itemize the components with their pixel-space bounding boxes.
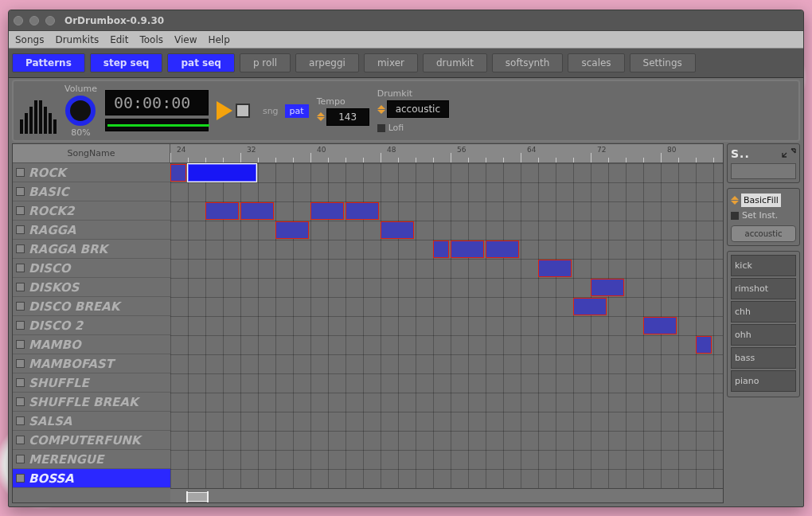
knob-icon[interactable] bbox=[65, 96, 96, 126]
titlebar[interactable]: OrDrumbox-0.9.30 bbox=[9, 10, 803, 31]
track-row[interactable]: RAGGA bbox=[13, 221, 170, 240]
tab-mixer[interactable]: mixer bbox=[364, 53, 418, 72]
track-mute-checkbox[interactable] bbox=[16, 416, 25, 425]
instrument-item[interactable]: ohh bbox=[731, 324, 796, 346]
pattern-block[interactable] bbox=[643, 317, 677, 334]
expand-icon[interactable] bbox=[782, 148, 796, 160]
track-row[interactable]: BOSSA bbox=[13, 469, 170, 488]
pattern-block[interactable] bbox=[486, 240, 519, 258]
tempo-stepper[interactable] bbox=[317, 112, 325, 121]
tab-softsynth[interactable]: softsynth bbox=[492, 53, 564, 72]
track-row[interactable]: ROCK2 bbox=[13, 201, 170, 221]
instrument-item[interactable]: kick bbox=[731, 255, 796, 276]
horizontal-scrollbar[interactable] bbox=[170, 488, 723, 502]
pattern-block[interactable] bbox=[170, 164, 186, 182]
tempo-label: Tempo bbox=[317, 96, 369, 107]
scroll-thumb[interactable] bbox=[186, 492, 209, 502]
maximize-icon[interactable] bbox=[45, 16, 55, 25]
tab-scales[interactable]: scales bbox=[568, 53, 624, 72]
play-button[interactable] bbox=[217, 101, 232, 120]
drumkit-stepper[interactable] bbox=[377, 105, 385, 114]
menu-songs[interactable]: Songs bbox=[15, 34, 44, 48]
track-row[interactable]: DISKOS bbox=[13, 278, 170, 297]
track-mute-checkbox[interactable] bbox=[16, 168, 25, 177]
tempo-input[interactable]: 143 bbox=[326, 108, 369, 126]
pattern-block[interactable] bbox=[310, 202, 344, 220]
track-row[interactable]: ROCK bbox=[13, 163, 170, 182]
side-search-input[interactable] bbox=[731, 163, 796, 179]
drumkit-select[interactable]: accoustic bbox=[387, 100, 449, 118]
volume-knob[interactable]: Volume 80% bbox=[64, 84, 97, 138]
menu-tools[interactable]: Tools bbox=[139, 34, 163, 48]
instrument-item[interactable]: rimshot bbox=[731, 278, 796, 299]
pattern-block[interactable] bbox=[696, 336, 712, 354]
tab-Settings[interactable]: Settings bbox=[630, 53, 696, 72]
track-mute-checkbox[interactable] bbox=[16, 436, 25, 444]
pattern-block[interactable] bbox=[205, 202, 239, 220]
instrument-item[interactable]: piano bbox=[731, 370, 796, 392]
tab-pat-seq[interactable]: pat seq bbox=[167, 53, 234, 72]
mode-pattern-chip[interactable]: pat bbox=[285, 104, 309, 118]
track-mute-checkbox[interactable] bbox=[16, 225, 25, 234]
tab-step-seq[interactable]: step seq bbox=[90, 53, 163, 72]
tab-Patterns[interactable]: Patterns bbox=[12, 53, 85, 72]
track-row[interactable]: RAGGA BRK bbox=[13, 240, 170, 259]
menu-view[interactable]: View bbox=[174, 34, 197, 48]
track-row[interactable]: SHUFFLE BREAK bbox=[13, 393, 170, 412]
progress-bar[interactable] bbox=[105, 119, 209, 131]
fill-stepper[interactable] bbox=[731, 196, 739, 205]
track-row[interactable]: DISCO bbox=[13, 259, 170, 278]
tab-p-roll[interactable]: p roll bbox=[240, 53, 291, 72]
track-row[interactable]: MAMBO bbox=[13, 335, 170, 354]
track-mute-checkbox[interactable] bbox=[16, 321, 25, 330]
track-mute-checkbox[interactable] bbox=[16, 187, 25, 196]
pattern-block[interactable] bbox=[573, 298, 607, 315]
vu-meter bbox=[20, 88, 57, 134]
pattern-block[interactable] bbox=[451, 240, 484, 258]
track-row[interactable]: DISCO BREAK bbox=[13, 297, 170, 316]
track-name: DISCO BREAK bbox=[29, 299, 119, 314]
mode-song-chip[interactable]: sng bbox=[258, 104, 283, 118]
sequence-grid[interactable] bbox=[170, 163, 723, 488]
setinst-checkbox[interactable] bbox=[731, 212, 739, 220]
track-mute-checkbox[interactable] bbox=[16, 474, 25, 483]
tab-drumkit[interactable]: drumkit bbox=[423, 53, 487, 72]
lofi-checkbox[interactable] bbox=[377, 124, 385, 132]
track-row[interactable]: MERENGUE bbox=[13, 450, 170, 469]
menu-edit[interactable]: Edit bbox=[110, 34, 128, 48]
track-row[interactable]: COMPUTERFUNK bbox=[13, 431, 170, 450]
track-mute-checkbox[interactable] bbox=[16, 359, 25, 368]
track-mute-checkbox[interactable] bbox=[16, 378, 25, 387]
track-mute-checkbox[interactable] bbox=[16, 340, 25, 349]
track-mute-checkbox[interactable] bbox=[16, 206, 25, 215]
pattern-block[interactable] bbox=[433, 240, 449, 258]
track-mute-checkbox[interactable] bbox=[16, 244, 25, 253]
track-mute-checkbox[interactable] bbox=[16, 264, 25, 272]
menu-drumkits[interactable]: Drumkits bbox=[55, 34, 99, 48]
close-icon[interactable] bbox=[14, 16, 23, 25]
track-mute-checkbox[interactable] bbox=[16, 455, 25, 463]
instrument-item[interactable]: bass bbox=[731, 347, 796, 369]
pattern-block[interactable] bbox=[275, 221, 309, 239]
track-mute-checkbox[interactable] bbox=[16, 283, 25, 291]
minimize-icon[interactable] bbox=[29, 16, 39, 25]
pattern-block[interactable] bbox=[381, 221, 414, 239]
track-row[interactable]: DISCO 2 bbox=[13, 316, 170, 335]
pattern-block[interactable] bbox=[240, 202, 274, 220]
kit-button[interactable]: accoustic bbox=[731, 225, 796, 242]
pattern-block[interactable] bbox=[591, 279, 624, 296]
menu-help[interactable]: Help bbox=[208, 34, 229, 48]
instrument-item[interactable]: chh bbox=[731, 301, 796, 322]
tab-arpeggi[interactable]: arpeggi bbox=[295, 53, 359, 72]
track-mute-checkbox[interactable] bbox=[16, 302, 25, 311]
time-ruler[interactable]: 2432404856647280 bbox=[170, 144, 723, 163]
pattern-block[interactable] bbox=[538, 260, 572, 277]
track-row[interactable]: MAMBOFAST bbox=[13, 354, 170, 373]
pattern-block[interactable] bbox=[188, 164, 256, 182]
pattern-block[interactable] bbox=[345, 202, 379, 220]
track-row[interactable]: SALSA bbox=[13, 412, 170, 431]
track-row[interactable]: SHUFFLE bbox=[13, 373, 170, 393]
track-row[interactable]: BASIC bbox=[13, 182, 170, 201]
track-mute-checkbox[interactable] bbox=[16, 397, 25, 406]
stop-button[interactable] bbox=[236, 104, 250, 118]
